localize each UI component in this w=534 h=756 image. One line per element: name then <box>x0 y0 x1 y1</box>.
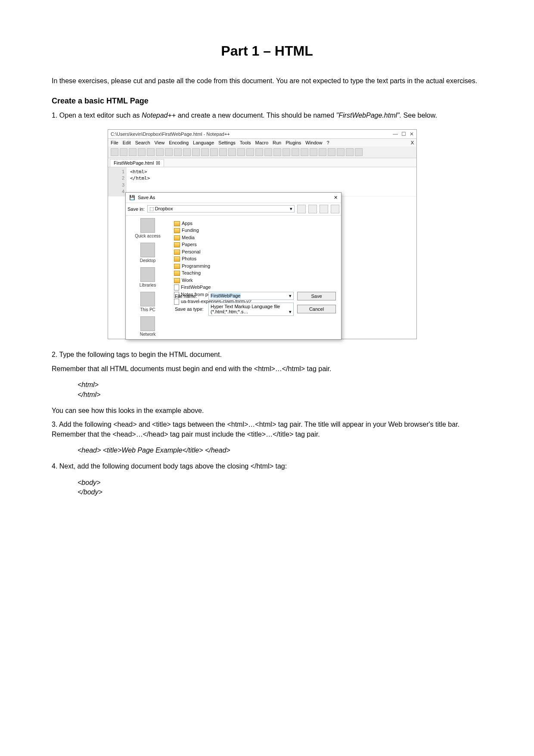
menu-macro[interactable]: Macro <box>255 140 268 145</box>
filename-label: File name: <box>175 294 205 299</box>
up-icon[interactable] <box>308 205 317 213</box>
monitor-icon[interactable] <box>355 148 363 156</box>
step1-part3: See below. <box>401 112 437 119</box>
code-line: <html> <box>130 169 413 175</box>
code-line: </body> <box>78 487 482 497</box>
folder-name: Apps <box>182 221 192 226</box>
close-icon[interactable]: ✕ <box>410 131 414 137</box>
paste-icon[interactable] <box>192 148 200 156</box>
wordwrap-icon[interactable] <box>264 148 272 156</box>
menu-tools[interactable]: Tools <box>240 140 251 145</box>
indent-icon[interactable] <box>283 148 290 156</box>
file-icon <box>174 284 179 291</box>
close-file-icon[interactable] <box>147 148 155 156</box>
menu-encoding[interactable]: Encoding <box>169 140 189 145</box>
sidebar-label: This PC <box>128 307 167 312</box>
dropbox-icon: ⬚ <box>149 206 154 211</box>
undo-icon[interactable] <box>201 148 209 156</box>
dialog-close-icon[interactable]: ✕ <box>334 195 338 200</box>
chevron-down-icon: ▾ <box>289 309 292 315</box>
cut-icon[interactable] <box>174 148 182 156</box>
folder-item[interactable]: Programming <box>174 262 337 270</box>
zoomout-icon[interactable] <box>246 148 254 156</box>
unfold-icon[interactable] <box>301 148 308 156</box>
folder-item[interactable]: Teaching <box>174 269 337 277</box>
stop-icon[interactable] <box>328 148 335 156</box>
minimize-icon[interactable]: — <box>393 131 398 137</box>
folder-icon <box>174 278 180 283</box>
save-icon[interactable] <box>129 148 137 156</box>
page-title: Part 1 – HTML <box>52 43 482 59</box>
playback-icon[interactable] <box>337 148 345 156</box>
new-icon[interactable] <box>111 148 118 156</box>
folder-name: Papers <box>182 242 197 247</box>
maximize-icon[interactable]: ☐ <box>401 131 406 137</box>
menu-file[interactable]: File <box>111 140 118 145</box>
menu-plugins[interactable]: Plugins <box>286 140 301 145</box>
find-icon[interactable] <box>219 148 227 156</box>
folder-icon <box>174 242 180 247</box>
sidebar-libraries[interactable]: Libraries <box>128 267 167 287</box>
save-button[interactable]: Save <box>297 292 336 300</box>
sidebar-desktop[interactable]: Desktop <box>128 243 167 263</box>
menu-run[interactable]: Run <box>273 140 281 145</box>
savein-label: Save in: <box>127 206 145 212</box>
zoomin-icon[interactable] <box>237 148 245 156</box>
record-icon[interactable] <box>310 148 317 156</box>
menu-settings[interactable]: Settings <box>218 140 236 145</box>
window-title: C:\Users\kevin\Dropbox\FirstWebPage.html… <box>111 131 393 137</box>
folder-item[interactable]: Papers <box>174 241 337 248</box>
folder-item[interactable]: Photos <box>174 255 337 262</box>
folder-icon <box>174 250 180 255</box>
tab-label: FirstWebPage.html <box>114 160 154 166</box>
menu-help[interactable]: ? <box>326 140 329 145</box>
sync-icon[interactable] <box>255 148 263 156</box>
saveall-icon[interactable] <box>138 148 146 156</box>
views-icon[interactable] <box>331 205 339 213</box>
code-line: <head> <title>Web Page Example</title> <… <box>78 446 482 455</box>
step-2a: 2. Type the following tags to begin the … <box>52 350 482 359</box>
copy-icon[interactable] <box>183 148 191 156</box>
newfolder-icon[interactable] <box>320 205 328 213</box>
folder-item[interactable]: Media <box>174 234 337 241</box>
menu-x[interactable]: X <box>411 140 414 145</box>
saveastype-dropdown[interactable]: Hyper Text Markup Language file (*.html;… <box>208 303 294 316</box>
code-line: <body> <box>78 478 482 487</box>
cancel-button[interactable]: Cancel <box>297 305 336 313</box>
savein-value: Dropbox <box>155 206 173 211</box>
tab-close-icon[interactable]: ☒ <box>156 160 160 166</box>
replace-icon[interactable] <box>228 148 236 156</box>
savemacro-icon[interactable] <box>346 148 354 156</box>
redo-icon[interactable] <box>210 148 218 156</box>
fold-icon[interactable] <box>292 148 299 156</box>
menu-edit[interactable]: Edit <box>123 140 131 145</box>
closeall-icon[interactable] <box>156 148 164 156</box>
open-icon[interactable] <box>120 148 127 156</box>
menu-view[interactable]: View <box>155 140 165 145</box>
print-icon[interactable] <box>165 148 173 156</box>
filename-input[interactable]: FirstWebPage▾ <box>208 292 294 300</box>
folder-name: Teaching <box>182 270 201 275</box>
savein-dropdown[interactable]: ⬚ Dropbox ▾ <box>147 205 295 212</box>
step-2b: Remember that all HTML documents must be… <box>52 364 482 374</box>
libraries-icon <box>140 267 155 282</box>
places-sidebar: Quick access Desktop Libraries This PC N… <box>126 216 170 339</box>
allchars-icon[interactable] <box>273 148 281 156</box>
menu-search[interactable]: Search <box>135 140 150 145</box>
folder-item[interactable]: Funding <box>174 227 337 234</box>
play-icon[interactable] <box>319 148 326 156</box>
tab-firstwebpage[interactable]: FirstWebPage.html ☒ <box>110 159 164 167</box>
sidebar-quickaccess[interactable]: Quick access <box>128 218 167 238</box>
menu-language[interactable]: Language <box>193 140 214 145</box>
step-2-note: You can see how this looks in the exampl… <box>52 406 482 415</box>
folder-item[interactable]: Work <box>174 277 337 284</box>
folder-item[interactable]: Personal <box>174 248 337 256</box>
sidebar-network[interactable]: Network <box>128 316 167 337</box>
folder-item[interactable]: Apps <box>174 220 337 227</box>
menu-window[interactable]: Window <box>305 140 322 145</box>
file-list[interactable]: Apps Funding Media Papers Personal Photo… <box>172 217 338 289</box>
sidebar-thispc[interactable]: This PC <box>128 292 167 312</box>
back-icon[interactable] <box>297 205 306 213</box>
save-as-dialog: 💾 Save As ✕ Save in: ⬚ Dropbox ▾ Quick a… <box>125 192 342 340</box>
file-name: FirstWebPage <box>181 284 211 290</box>
